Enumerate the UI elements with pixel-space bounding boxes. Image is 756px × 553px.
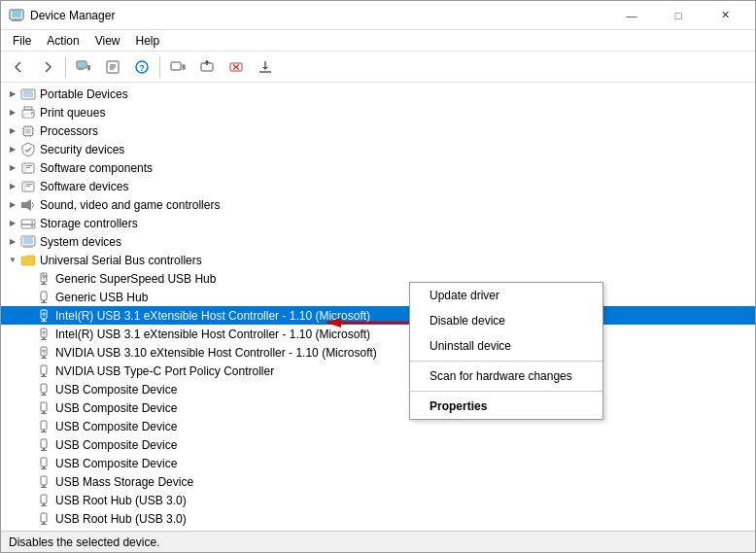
svg-rect-1	[12, 11, 21, 17]
software-comp-icon	[20, 160, 36, 176]
properties-button[interactable]	[99, 54, 126, 80]
usb-comp1-label: USB Composite Device	[55, 383, 177, 397]
svg-rect-6	[79, 68, 83, 69]
svg-rect-63	[41, 284, 47, 285]
svg-rect-104	[41, 476, 47, 485]
nvidia-typec-label: NVIDIA USB Type-C Port Policy Controller	[55, 364, 274, 378]
usb-generic-ss-icon	[36, 271, 52, 287]
tree-item-usb-comp-3[interactable]: USB Composite Device	[1, 417, 755, 435]
menu-file[interactable]: File	[5, 32, 39, 50]
intel-usb31-label: Intel(R) USB 3.1 eXtensible Host Control…	[55, 309, 370, 323]
tree-item-sound[interactable]: ▶ Sound, video and game controllers	[1, 195, 755, 214]
svg-rect-89	[41, 384, 47, 393]
expand-sound[interactable]: ▶	[5, 197, 20, 213]
print-icon	[20, 105, 36, 121]
expand-security[interactable]: ▶	[5, 142, 20, 157]
tree-item-portable[interactable]: ▶ Portable Devices	[1, 85, 755, 103]
tree-item-usb-comp-1[interactable]: USB Composite Device	[1, 380, 755, 398]
device-manager-button[interactable]	[70, 54, 97, 80]
expand-processors[interactable]: ▶	[5, 123, 20, 139]
generic-usb-label: Generic USB Hub	[55, 291, 148, 304]
status-bar: Disables the selected device.	[1, 531, 755, 552]
tree-item-processors[interactable]: ▶ Processors	[1, 121, 755, 140]
tree-item-usb-root-3[interactable]: USB Root Hub (USB 3.0)	[1, 528, 755, 531]
svg-rect-100	[41, 450, 47, 451]
portable-label: Portable Devices	[40, 87, 128, 101]
tree-item-generic-ss[interactable]: Generic SuperSpeed USB Hub	[1, 269, 755, 288]
scan-hardware-button[interactable]	[164, 54, 191, 80]
expand-software-comp[interactable]: ▶	[5, 160, 20, 176]
usb-comp1-icon	[36, 382, 52, 397]
security-icon	[20, 142, 36, 157]
expand-print[interactable]: ▶	[5, 105, 20, 121]
tree-item-usb-comp-4[interactable]: USB Composite Device	[1, 435, 755, 454]
expand-usb-root[interactable]: ▼	[5, 253, 20, 268]
svg-rect-58	[23, 237, 33, 244]
tree-item-nvidia-usb[interactable]: NVIDIA USB 3.10 eXtensible Host Controll…	[1, 343, 755, 362]
usb-comp4-label: USB Composite Device	[55, 438, 177, 452]
back-button[interactable]	[5, 54, 32, 80]
software-comp-label: Software components	[40, 161, 153, 175]
forward-button[interactable]	[34, 54, 61, 80]
tree-item-usb-comp-2[interactable]: USB Composite Device	[1, 398, 755, 417]
svg-point-55	[31, 221, 33, 223]
svg-rect-78	[41, 339, 47, 340]
menu-view[interactable]: View	[87, 32, 128, 50]
sound-label: Sound, video and game controllers	[40, 198, 220, 212]
tree-item-software-devices[interactable]: ▶ Software devices	[1, 177, 755, 195]
ctx-disable-device[interactable]: Disable device	[410, 308, 602, 333]
ctx-properties[interactable]: Properties	[410, 394, 602, 419]
tree-item-software-components[interactable]: ▶ Software components	[1, 158, 755, 177]
processors-label: Processors	[40, 124, 98, 138]
toolbar: ?	[1, 52, 755, 83]
tree-item-usb-mass[interactable]: USB Mass Storage Device	[1, 472, 755, 491]
usb-root2-icon	[36, 511, 52, 527]
svg-rect-46	[26, 165, 32, 166]
svg-rect-94	[41, 413, 47, 414]
system-label: System devices	[40, 235, 121, 249]
minimize-button[interactable]: —	[609, 1, 654, 30]
tree-item-print[interactable]: ▶ Print queues	[1, 103, 755, 121]
title-bar: Device Manager — □ ✕	[1, 1, 755, 30]
uninstall-button[interactable]	[223, 54, 250, 80]
tree-item-generic-usb[interactable]: Generic USB Hub	[1, 288, 755, 306]
svg-point-17	[183, 66, 185, 68]
svg-rect-106	[41, 487, 47, 488]
expand-portable[interactable]: ▶	[5, 86, 20, 102]
intel-usb31-2-label: Intel(R) USB 3.1 eXtensible Host Control…	[55, 328, 370, 341]
ctx-separator-2	[410, 391, 602, 392]
expand-storage[interactable]: ▶	[5, 216, 20, 231]
tree-item-usb-comp-5[interactable]: USB Composite Device	[1, 454, 755, 472]
ctx-uninstall-device[interactable]: Uninstall device	[410, 333, 602, 359]
ctx-scan-hardware[interactable]: Scan for hardware changes	[410, 363, 602, 389]
tree-item-nvidia-typec[interactable]: NVIDIA USB Type-C Port Policy Controller	[1, 362, 755, 380]
svg-rect-73	[41, 321, 47, 322]
maximize-button[interactable]: □	[656, 1, 701, 30]
tree-item-usb-root[interactable]: ▼ Universal Serial Bus controllers	[1, 251, 755, 269]
expand-system[interactable]: ▶	[5, 234, 20, 250]
expand-software-dev[interactable]: ▶	[5, 179, 20, 194]
svg-rect-50	[26, 184, 32, 185]
download-button[interactable]	[252, 54, 279, 80]
storage-label: Storage controllers	[40, 217, 138, 230]
update-driver-button[interactable]	[193, 54, 221, 80]
menu-action[interactable]: Action	[39, 32, 86, 50]
svg-rect-7	[78, 69, 84, 70]
window-icon	[9, 8, 24, 23]
tree-item-intel-usb31-2[interactable]: Intel(R) USB 3.1 eXtensible Host Control…	[1, 325, 755, 343]
svg-point-29	[31, 112, 33, 114]
tree-item-intel-usb31[interactable]: Intel(R) USB 3.1 eXtensible Host Control…	[1, 306, 755, 325]
tree-item-usb-root-2[interactable]: USB Root Hub (USB 3.0)	[1, 509, 755, 528]
ctx-update-driver[interactable]: Update driver	[410, 283, 602, 308]
help-button[interactable]: ?	[128, 54, 155, 80]
tree-item-usb-root-1[interactable]: USB Root Hub (USB 3.0)	[1, 491, 755, 509]
tree-item-security[interactable]: ▶ Security devices	[1, 140, 755, 158]
tree-item-storage[interactable]: ▶ Storage controllers	[1, 214, 755, 232]
portable-icon	[20, 86, 36, 102]
menu-help[interactable]: Help	[128, 32, 168, 50]
close-button[interactable]: ✕	[703, 1, 747, 30]
sound-icon	[20, 197, 36, 213]
device-tree[interactable]: ▶ Portable Devices ▶ Print queues ▶	[1, 83, 755, 531]
usb-comp2-icon	[36, 400, 52, 416]
tree-item-system[interactable]: ▶ System devices	[1, 232, 755, 251]
